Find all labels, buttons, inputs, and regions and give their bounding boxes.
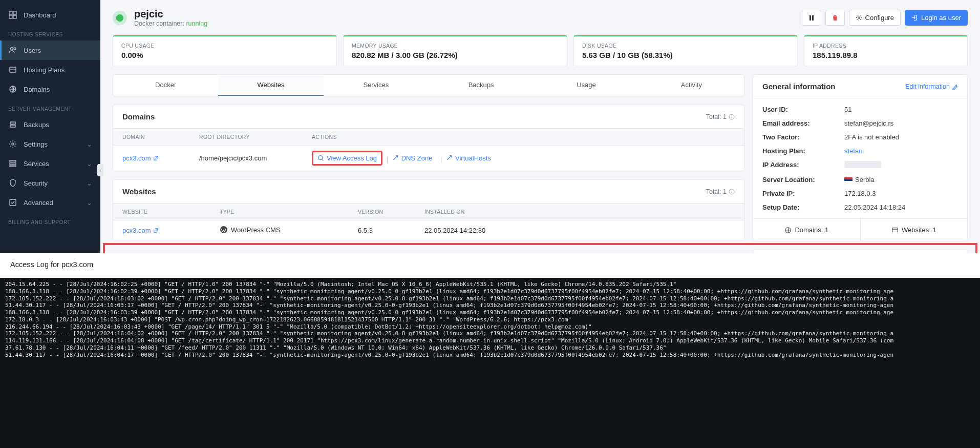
domains-total: Total: 1 bbox=[706, 113, 735, 120]
ginfo-domains-count[interactable]: Domains: 1 bbox=[753, 219, 860, 241]
website-link[interactable]: pcx3.com bbox=[122, 227, 159, 234]
sidebar-label: Security bbox=[24, 179, 48, 187]
sidebar-heading-hosting: HOSTING SERVICES bbox=[0, 25, 100, 40]
access-log-view[interactable]: 204.15.64.225 - - [28/Jul/2024:16:02:25 … bbox=[0, 278, 980, 448]
svg-rect-12 bbox=[10, 199, 16, 206]
pause-button[interactable] bbox=[802, 10, 821, 26]
wordpress-icon bbox=[220, 226, 228, 234]
website-row: pcx3.com WordPress CMS 6.5.3 22.05.2024 … bbox=[113, 220, 744, 240]
ginfo-title: General information bbox=[762, 82, 836, 91]
dashboard-icon bbox=[8, 10, 17, 19]
ginfo-websites-count[interactable]: Websites: 1 bbox=[860, 219, 968, 241]
login-as-user-button[interactable]: Login as user bbox=[905, 10, 968, 26]
ip-redacted bbox=[844, 161, 881, 168]
view-access-log-link[interactable]: View Access Log bbox=[317, 154, 377, 162]
svg-point-15 bbox=[858, 17, 859, 18]
edit-info-link[interactable]: Edit information bbox=[905, 83, 958, 90]
status-dot-running bbox=[113, 11, 127, 25]
dns-zone-link[interactable]: DNS Zone bbox=[392, 154, 433, 162]
websites-panel: Websites Total: 1 WEBSITE TYPE VERSION I… bbox=[113, 179, 744, 241]
domains-title: Domains bbox=[122, 112, 155, 121]
access-log-panel: Access Log for pcx3.com 204.15.64.225 - … bbox=[0, 253, 980, 448]
tab-docker[interactable]: Docker bbox=[113, 75, 218, 96]
tab-websites[interactable]: Websites bbox=[218, 75, 323, 96]
backups-icon bbox=[8, 120, 17, 129]
tab-usage[interactable]: Usage bbox=[534, 75, 638, 96]
sidebar-label: Settings bbox=[24, 140, 48, 148]
advanced-icon bbox=[8, 198, 17, 207]
sidebar-item-settings[interactable]: Settings ⌄ bbox=[0, 134, 100, 154]
domain-root: /home/pejcic/pcx3.com bbox=[190, 149, 303, 167]
svg-rect-11 bbox=[10, 166, 16, 167]
sidebar-item-dashboard[interactable]: Dashboard bbox=[0, 5, 100, 25]
users-icon bbox=[8, 46, 17, 55]
hosting-plan-link[interactable]: stefan bbox=[844, 147, 862, 155]
stat-ip: IP ADDRESS185.119.89.8 bbox=[804, 35, 968, 66]
sidebar-label: Domains bbox=[24, 86, 50, 93]
user-tabs: Docker Websites Services Backups Usage A… bbox=[113, 74, 744, 96]
sidebar-item-services[interactable]: Services ⌄ bbox=[0, 154, 100, 173]
page-title: pejcic bbox=[134, 8, 207, 20]
sidebar-label: Users bbox=[24, 47, 41, 54]
th-root: ROOT DIRECTORY bbox=[190, 129, 303, 145]
th-installed: INSTALLED ON bbox=[415, 203, 744, 220]
th-version: VERSION bbox=[349, 203, 415, 220]
general-info-panel: General information Edit information Use… bbox=[753, 74, 968, 241]
sidebar-item-users[interactable]: Users bbox=[0, 40, 100, 60]
svg-rect-10 bbox=[10, 163, 16, 165]
sidebar-item-advanced[interactable]: Advanced ⌄ bbox=[0, 193, 100, 212]
svg-point-4 bbox=[11, 48, 13, 50]
delete-button[interactable] bbox=[825, 10, 845, 26]
chevron-down-icon: ⌄ bbox=[87, 199, 92, 207]
websites-total: Total: 1 bbox=[706, 188, 735, 195]
tab-backups[interactable]: Backups bbox=[429, 75, 534, 96]
svg-rect-9 bbox=[10, 160, 16, 162]
configure-button[interactable]: Configure bbox=[849, 10, 901, 26]
sidebar-heading-billing: BILLING AND SUPPORT bbox=[0, 212, 100, 228]
svg-rect-3 bbox=[13, 15, 16, 18]
website-installed: 22.05.2024 14:22:30 bbox=[415, 221, 744, 239]
domains-icon bbox=[8, 85, 17, 94]
domain-row: pcx3.com /home/pejcic/pcx3.com View Acce… bbox=[113, 146, 744, 171]
th-domain: DOMAIN bbox=[113, 129, 190, 145]
plans-icon bbox=[8, 65, 17, 74]
sidebar-label: Backups bbox=[24, 121, 49, 129]
chevron-down-icon: ⌄ bbox=[87, 140, 92, 148]
sidebar-item-hosting-plans[interactable]: Hosting Plans bbox=[0, 60, 100, 79]
sidebar-item-backups[interactable]: Backups bbox=[0, 115, 100, 134]
sidebar-collapse-handle[interactable]: ‹ bbox=[97, 164, 103, 176]
sidebar-item-domains[interactable]: Domains bbox=[0, 79, 100, 99]
svg-point-8 bbox=[12, 143, 14, 145]
stat-disk: DISK USAGE5.63 GB / 10 GB (58.31%) bbox=[573, 35, 798, 66]
flag-serbia-icon bbox=[844, 177, 853, 183]
stat-cpu: CPU USAGE0.00% bbox=[113, 35, 337, 66]
access-log-title: Access Log for pcx3.com bbox=[0, 253, 980, 276]
sidebar-item-security[interactable]: Security ⌄ bbox=[0, 173, 100, 193]
domain-link[interactable]: pcx3.com bbox=[122, 154, 159, 162]
chevron-down-icon: ⌄ bbox=[87, 179, 92, 187]
website-version: 6.5.3 bbox=[349, 221, 415, 239]
page-subtitle: Docker container: running bbox=[134, 20, 207, 27]
svg-point-17 bbox=[318, 156, 323, 160]
th-type: TYPE bbox=[210, 203, 349, 220]
svg-rect-14 bbox=[812, 15, 814, 21]
sidebar-label: Dashboard bbox=[24, 11, 56, 19]
svg-rect-0 bbox=[9, 11, 12, 14]
sidebar-label: Hosting Plans bbox=[24, 66, 65, 74]
websites-title: Websites bbox=[122, 187, 156, 196]
sidebar-label: Advanced bbox=[24, 199, 53, 207]
services-icon bbox=[8, 159, 17, 168]
stat-memory: MEMORY USAGE820.82 MB / 3.00 GB (26.72%) bbox=[343, 35, 567, 66]
th-website: WEBSITE bbox=[113, 203, 210, 220]
gear-icon bbox=[8, 139, 17, 149]
tab-services[interactable]: Services bbox=[324, 75, 429, 96]
svg-rect-6 bbox=[10, 67, 16, 72]
domains-panel: Domains Total: 1 DOMAIN ROOT DIRECTORY A… bbox=[113, 105, 744, 171]
tab-activity[interactable]: Activity bbox=[639, 75, 744, 96]
svg-point-5 bbox=[14, 48, 16, 50]
svg-rect-21 bbox=[892, 228, 898, 232]
virtualhosts-link[interactable]: VirtualHosts bbox=[446, 154, 491, 162]
svg-rect-13 bbox=[809, 15, 811, 21]
view-access-log-highlight: View Access Log bbox=[312, 151, 382, 166]
sidebar-heading-server: SERVER MANAGEMENT bbox=[0, 99, 100, 115]
